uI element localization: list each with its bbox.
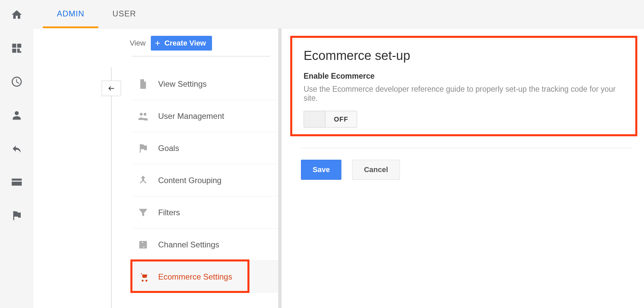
create-view-button[interactable]: + Create View <box>151 36 212 51</box>
cancel-button[interactable]: Cancel <box>352 160 400 180</box>
clock-icon[interactable] <box>9 74 24 89</box>
ecommerce-title: Ecommerce set-up <box>304 49 629 63</box>
nav-ecommerce-settings[interactable]: Ecommerce Settings <box>132 261 278 293</box>
nav-label: Channel Settings <box>158 240 219 249</box>
toggle-state: OFF <box>325 111 357 127</box>
create-view-label: Create View <box>165 39 206 48</box>
separator <box>301 148 631 148</box>
ecommerce-description: Use the Ecommerce developer reference gu… <box>304 85 629 103</box>
back-button[interactable] <box>102 81 121 96</box>
funnel-icon <box>137 207 149 218</box>
nav-label: Ecommerce Settings <box>158 272 232 282</box>
view-nav-list: View Settings User Management Goals Cont… <box>132 68 278 293</box>
tab-user[interactable]: USER <box>98 0 150 28</box>
nav-label: Filters <box>158 208 180 217</box>
dashboard-icon[interactable] <box>9 41 24 56</box>
nav-user-management[interactable]: User Management <box>132 100 278 132</box>
file-icon <box>137 78 149 90</box>
ecommerce-subheading: Enable Ecommerce <box>304 72 629 81</box>
detail-panel: Ecommerce set-up Enable Ecommerce Use th… <box>282 28 644 308</box>
enable-ecommerce-toggle[interactable]: OFF <box>304 111 357 128</box>
nav-goals[interactable]: Goals <box>132 132 278 164</box>
view-label: View <box>130 39 145 48</box>
toggle-knob <box>304 111 325 127</box>
card-icon[interactable] <box>9 175 24 189</box>
nav-label: User Management <box>158 111 224 121</box>
admin-tabs: ADMIN USER <box>33 0 644 28</box>
nav-channel-settings[interactable]: Channel Settings <box>132 229 278 261</box>
nav-label: Goals <box>158 144 179 153</box>
merge-icon <box>137 175 149 186</box>
flag-icon[interactable] <box>9 208 24 223</box>
nav-content-grouping[interactable]: Content Grouping <box>132 164 278 197</box>
view-panel: View + Create View View Settings <box>33 28 282 308</box>
cart-icon <box>137 271 149 283</box>
user-icon[interactable] <box>9 108 24 123</box>
group-icon <box>137 110 149 122</box>
nav-filters[interactable]: Filters <box>132 197 278 229</box>
nav-label: View Settings <box>158 79 207 89</box>
home-icon[interactable] <box>9 7 24 22</box>
nav-view-settings[interactable]: View Settings <box>132 68 278 100</box>
tab-admin[interactable]: ADMIN <box>43 0 98 28</box>
save-button[interactable]: Save <box>301 160 341 180</box>
nav-label: Content Grouping <box>158 176 221 185</box>
plus-icon: + <box>155 38 160 48</box>
divider <box>132 56 270 57</box>
left-app-rail <box>0 0 33 308</box>
share-icon[interactable] <box>9 141 24 156</box>
flag-icon <box>137 143 149 154</box>
tree-line <box>111 67 112 308</box>
swap-icon <box>137 239 149 250</box>
